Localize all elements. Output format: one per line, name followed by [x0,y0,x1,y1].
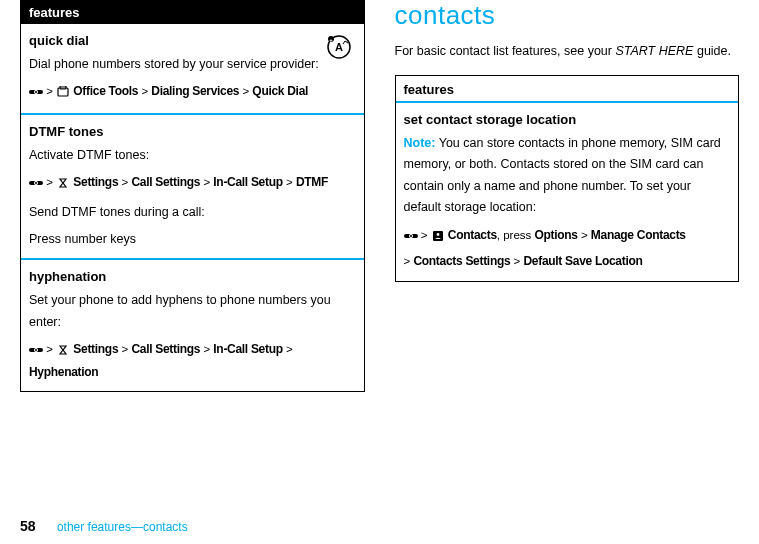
row-body: Set your phone to add hyphens to phone n… [29,293,331,328]
feature-row-storage: set contact storage location Note: You c… [396,103,739,281]
footer-text: other features—contacts [57,520,188,534]
svg-point-19 [436,233,439,236]
accessibility-icon: A + [326,34,352,67]
svg-point-11 [35,182,37,184]
center-key-icon [29,176,43,196]
svg-point-17 [410,235,412,237]
page-number: 58 [20,518,36,534]
row-title: quick dial [29,30,356,52]
settings-icon [56,176,70,196]
intro-text: For basic contact list features, see you… [395,41,740,61]
row-title: DTMF tones [29,121,356,143]
center-key-icon [29,343,43,363]
nav-path: > Settings > Call Settings > In-Call Set… [29,339,356,383]
nav-path: > Office Tools > Dialing Services > Quic… [29,81,356,105]
feature-row-quick-dial: A + quick dial Dial phone numbers stored… [21,24,364,115]
features-header-left: features [21,1,364,24]
svg-text:A: A [335,41,343,53]
features-box-left: features A + quick dial Dial phone numbe… [20,0,365,392]
nav-path: > Contacts, press Options > Manage Conta… [404,224,731,273]
right-column: contacts For basic contact list features… [395,0,740,392]
row-body-3: Press number keys [29,229,356,250]
note-label: Note: [404,136,436,150]
page-footer: 58 other features—contacts [20,518,188,534]
center-key-icon [29,85,43,105]
section-title-contacts: contacts [395,0,740,31]
row-title: hyphenation [29,266,356,288]
row-body: Activate DTMF tones: [29,148,149,162]
office-tools-icon [56,85,70,105]
row-body: Dial phone numbers stored by your servic… [29,57,319,71]
feature-row-dtmf: DTMF tones Activate DTMF tones: > Settin… [21,115,364,260]
row-title: set contact storage location [404,109,731,131]
feature-row-hyphenation: hyphenation Set your phone to add hyphen… [21,260,364,391]
row-body-2: Send DTMF tones during a call: [29,202,356,223]
nav-path: > Settings > Call Settings > In-Call Set… [29,172,356,196]
svg-point-14 [35,349,37,351]
center-key-icon [404,228,418,250]
svg-text:+: + [329,37,333,43]
contacts-icon [431,228,445,250]
note-body: You can store contacts in phone memory, … [404,136,721,214]
features-header-right: features [396,76,739,103]
features-box-right: features set contact storage location No… [395,75,740,282]
settings-icon [56,343,70,363]
left-column: features A + quick dial Dial phone numbe… [20,0,365,392]
svg-point-6 [35,91,37,93]
svg-rect-18 [433,231,443,241]
